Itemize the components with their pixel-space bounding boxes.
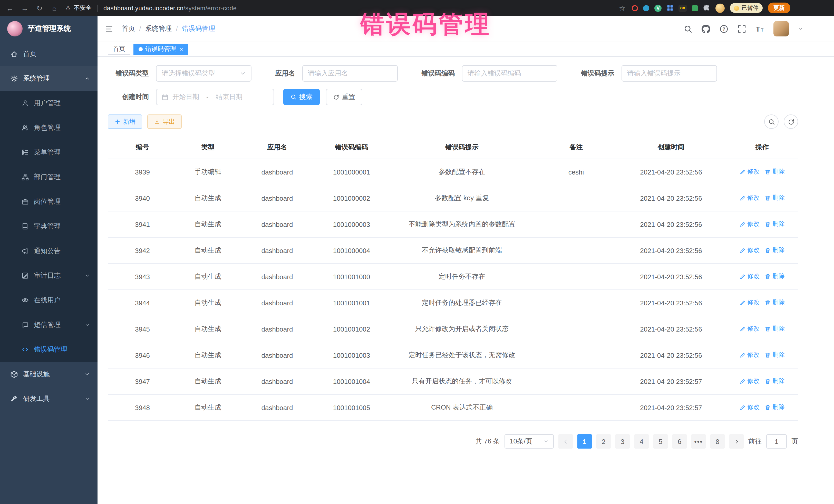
export-button[interactable]: 导出 — [147, 114, 182, 129]
edit-link[interactable]: 修改 — [740, 325, 760, 333]
help-icon[interactable]: ? — [720, 24, 728, 33]
breadcrumb-system[interactable]: 系统管理 — [145, 24, 172, 34]
breadcrumb-home[interactable]: 首页 — [122, 24, 135, 34]
user-icon — [22, 100, 29, 107]
user-avatar[interactable] — [773, 21, 789, 37]
app-name-input[interactable]: 请输入应用名 — [302, 65, 398, 82]
tag-close-icon[interactable]: × — [180, 46, 183, 52]
sidebar-item-post[interactable]: 岗位管理 — [0, 190, 97, 214]
search-button[interactable]: 搜索 — [283, 89, 320, 105]
delete-link[interactable]: 删除 — [765, 194, 785, 202]
extensions-puzzle-icon[interactable] — [703, 4, 710, 12]
browser-home-icon[interactable]: ⌂ — [50, 4, 59, 12]
vue-devtools-icon[interactable] — [654, 4, 662, 12]
sidebar-item-error-code[interactable]: 错误码管理 — [0, 337, 97, 362]
page-button-8[interactable]: 8 — [710, 434, 725, 448]
cell-id: 3942 — [108, 237, 177, 264]
page-size-select[interactable]: 10条/页 — [505, 434, 554, 448]
font-size-icon[interactable]: TT — [755, 24, 764, 33]
delete-link[interactable]: 删除 — [765, 272, 785, 281]
sidebar-item-dict[interactable]: 字典管理 — [0, 214, 97, 239]
browser-back-icon[interactable]: ← — [5, 4, 14, 12]
edit-link[interactable]: 修改 — [740, 168, 760, 176]
cell-type: 自动生成 — [177, 290, 239, 316]
filter-error-code: 错误码编码 请输入错误码编码 — [421, 65, 557, 82]
edit-link[interactable]: 修改 — [740, 272, 760, 281]
logo-avatar — [7, 21, 23, 37]
warning-icon: ⚠ — [65, 4, 71, 12]
sidebar-item-sms[interactable]: 短信管理 — [0, 312, 97, 337]
refresh-table-button[interactable] — [784, 114, 798, 129]
avatar-caret-icon[interactable] — [798, 26, 803, 31]
page-button-5[interactable]: 5 — [653, 434, 668, 448]
edit-link[interactable]: 修改 — [740, 194, 760, 202]
prev-page-button[interactable] — [558, 434, 573, 448]
logo[interactable]: 芋道管理系统 — [0, 16, 97, 42]
github-icon[interactable] — [702, 24, 710, 33]
error-code-input[interactable]: 请输入错误码编码 — [462, 65, 557, 82]
pencil-icon — [740, 326, 746, 332]
pagination-total: 共 76 条 — [476, 437, 500, 446]
tag-home[interactable]: 首页 — [108, 43, 130, 54]
sidebar-item-notice[interactable]: 通知公告 — [0, 239, 97, 263]
page-button-4[interactable]: 4 — [634, 434, 649, 448]
bookmark-star-icon[interactable]: ☆ — [617, 4, 627, 12]
delete-link[interactable]: 删除 — [765, 325, 785, 333]
error-code-table: 编号 类型 应用名 错误码编码 错误码提示 备注 创建时间 操作 3939手动编… — [108, 136, 798, 421]
sidebar-item-home[interactable]: 首页 — [0, 42, 97, 66]
security-indicator[interactable]: ⚠ 不安全 — [65, 4, 92, 12]
edit-link[interactable]: 修改 — [740, 246, 760, 255]
delete-link[interactable]: 删除 — [765, 299, 785, 307]
search-icon[interactable] — [684, 24, 692, 33]
cell-app: dashboard — [239, 394, 316, 421]
address-bar[interactable]: dashboard.yudao.iocoder.cn/system/error-… — [104, 4, 237, 12]
sidebar-toggle-icon[interactable] — [105, 25, 113, 32]
update-button[interactable]: 更新 — [768, 3, 790, 13]
sidebar-item-dev-tools[interactable]: 研发工具 — [0, 387, 97, 411]
page-button-1[interactable]: 1 — [577, 434, 592, 448]
edit-link[interactable]: 修改 — [740, 377, 760, 386]
sidebar-item-system[interactable]: 系统管理 — [0, 66, 97, 91]
browser-forward-icon[interactable]: → — [20, 4, 29, 12]
edit-link[interactable]: 修改 — [740, 220, 760, 229]
cell-remark — [536, 211, 616, 237]
edit-link[interactable]: 修改 — [740, 299, 760, 307]
goto-page-input[interactable]: 1 — [766, 434, 787, 448]
page-button-6[interactable]: 6 — [672, 434, 687, 448]
error-type-select[interactable]: 请选择错误码类型 — [156, 65, 251, 82]
extension-icon-red-ring[interactable] — [632, 5, 638, 11]
extension-icon-dark-badge[interactable] — [679, 4, 687, 12]
sidebar-item-user[interactable]: 用户管理 — [0, 91, 97, 115]
extension-icon-green[interactable] — [692, 5, 698, 11]
sidebar-item-infrastructure[interactable]: 基础设施 — [0, 362, 97, 387]
extension-icon-teal[interactable] — [643, 5, 649, 11]
sidebar-item-role[interactable]: 角色管理 — [0, 115, 97, 140]
page-button-2[interactable]: 2 — [596, 434, 611, 448]
paused-badge[interactable]: 已暂停 — [730, 3, 763, 13]
tag-error-code[interactable]: 错误码管理 × — [133, 43, 188, 54]
date-range-picker[interactable]: 开始日期 - 结束日期 — [156, 89, 274, 105]
add-button[interactable]: 新增 — [108, 114, 142, 129]
extension-icon-grid[interactable] — [667, 5, 673, 11]
browser-reload-icon[interactable]: ↻ — [35, 4, 44, 12]
delete-link[interactable]: 删除 — [765, 377, 785, 386]
browser-profile-avatar[interactable] — [716, 3, 725, 13]
sidebar-item-online-user[interactable]: 在线用户 — [0, 288, 97, 312]
error-hint-input[interactable]: 请输入错误码提示 — [621, 65, 717, 82]
next-page-button[interactable] — [729, 434, 744, 448]
sidebar-item-audit-log[interactable]: 审计日志 — [0, 263, 97, 288]
delete-link[interactable]: 删除 — [765, 220, 785, 229]
sidebar-item-dept[interactable]: 部门管理 — [0, 165, 97, 190]
reset-button[interactable]: 重置 — [326, 89, 363, 105]
delete-link[interactable]: 删除 — [765, 351, 785, 359]
edit-link[interactable]: 修改 — [740, 351, 760, 359]
delete-link[interactable]: 删除 — [765, 246, 785, 255]
toggle-search-button[interactable] — [764, 114, 778, 129]
sidebar-item-menu[interactable]: 菜单管理 — [0, 140, 97, 165]
page-more-button[interactable]: ••• — [691, 434, 706, 448]
delete-link[interactable]: 删除 — [765, 403, 785, 412]
page-button-3[interactable]: 3 — [615, 434, 630, 448]
edit-link[interactable]: 修改 — [740, 403, 760, 412]
delete-link[interactable]: 删除 — [765, 168, 785, 176]
fullscreen-icon[interactable] — [738, 24, 746, 33]
